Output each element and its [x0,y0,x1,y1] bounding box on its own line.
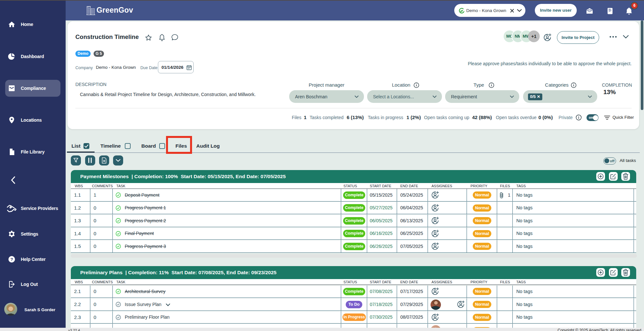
svg-text:?: ? [10,257,13,262]
